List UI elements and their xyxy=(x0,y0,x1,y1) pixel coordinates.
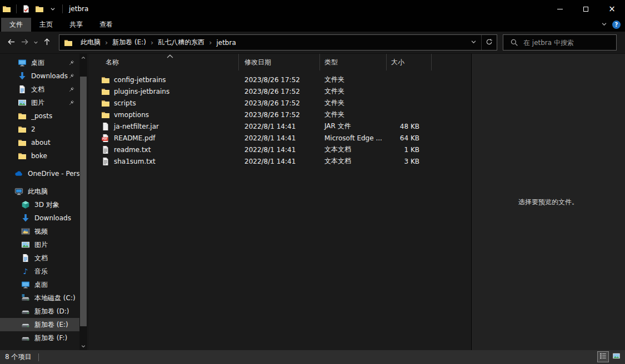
refresh-icon xyxy=(486,38,493,47)
properties-icon[interactable] xyxy=(19,2,33,16)
window-title: jetbra xyxy=(69,5,88,13)
recent-locations-button[interactable] xyxy=(31,36,40,50)
sidebar-item-20[interactable]: 新加卷 (F:) xyxy=(0,331,79,345)
back-button[interactable] xyxy=(4,36,18,50)
ribbon-tabs: 文件主页共享查看 xyxy=(1,18,121,32)
column-header-size[interactable]: 大小 xyxy=(387,54,432,70)
ribbon-expand-chevron-icon[interactable] xyxy=(601,21,607,29)
details-view-button[interactable] xyxy=(597,351,609,362)
sidebar-item-5[interactable]: 2 xyxy=(0,123,79,136)
file-list: config-jetbrains2023/8/26 17:52文件夹plugin… xyxy=(89,70,471,350)
pin-icon xyxy=(68,86,75,93)
sidebar-item-13[interactable]: 图片 xyxy=(0,238,79,251)
view-toggle-buttons xyxy=(597,351,622,362)
forward-button[interactable] xyxy=(18,36,31,50)
window-controls: × xyxy=(547,0,625,18)
desktop-icon xyxy=(21,280,30,289)
tab-home[interactable]: 主页 xyxy=(31,18,61,32)
txt-icon xyxy=(101,157,110,166)
sidebar-item-19[interactable]: 新加卷 (E:) xyxy=(0,318,79,331)
breadcrumb-separator-icon: › xyxy=(208,38,212,47)
onedrive-icon xyxy=(14,169,23,178)
sidebar-item-6[interactable]: about xyxy=(0,136,79,149)
tab-share[interactable]: 共享 xyxy=(61,18,91,32)
sidebar-item-18[interactable]: 新加卷 (D:) xyxy=(0,305,79,318)
video-icon xyxy=(21,227,30,236)
address-bar[interactable]: 此电脑›新加卷 (E:)›乱七八糟的东西›jetbra xyxy=(59,34,497,50)
document-icon xyxy=(21,254,30,262)
file-icon xyxy=(101,122,110,131)
pin-icon xyxy=(68,73,75,79)
scrollbar-up-icon[interactable] xyxy=(79,54,87,62)
breadcrumb-item-3[interactable]: jetbra xyxy=(212,35,239,50)
column-header-date[interactable]: 修改日期 xyxy=(239,54,320,70)
scrollbar-thumb[interactable] xyxy=(80,77,87,326)
qat-dropdown-icon[interactable] xyxy=(46,2,59,16)
tab-view[interactable]: 查看 xyxy=(91,18,121,32)
forward-icon xyxy=(21,38,29,48)
breadcrumb-item-0[interactable]: 此电脑 xyxy=(77,35,104,50)
sidebar-item-10[interactable]: 3D 对象 xyxy=(0,198,79,211)
column-headers: 名称修改日期类型大小 xyxy=(89,54,471,70)
search-box[interactable] xyxy=(503,34,617,50)
download-icon xyxy=(18,72,27,80)
file-row-README.pdf[interactable]: PDFREADME.pdf2022/8/1 14:41Microsoft Edg… xyxy=(89,132,471,144)
thumbnails-view-button[interactable] xyxy=(611,351,622,362)
sidebar-item-9[interactable]: 此电脑 xyxy=(0,185,79,198)
help-icon[interactable]: ? xyxy=(612,21,621,29)
folder-icon xyxy=(101,110,110,119)
refresh-button[interactable] xyxy=(482,35,497,50)
sidebar-item-3[interactable]: 图片 xyxy=(0,96,79,109)
pictures-icon xyxy=(21,240,30,249)
ribbon-right-controls: ? xyxy=(601,18,621,32)
address-history-chevron-icon xyxy=(471,39,477,47)
file-row-ja-netfilter.jar[interactable]: ja-netfilter.jar2022/8/1 14:41JAR 文件48 K… xyxy=(89,120,471,132)
sidebar-item-2[interactable]: 文档 xyxy=(0,83,79,96)
new-folder-icon[interactable] xyxy=(33,2,46,16)
navigation-pane: 桌面Downloads文档图片_posts2aboutbokeOneDrive … xyxy=(0,54,89,350)
sidebar-scrollbar[interactable] xyxy=(79,54,87,350)
file-row-scripts[interactable]: scripts2023/8/26 17:52文件夹 xyxy=(89,97,471,109)
up-button[interactable] xyxy=(40,36,53,50)
scrollbar-track[interactable] xyxy=(79,62,87,342)
file-row-config-jetbrains[interactable]: config-jetbrains2023/8/26 17:52文件夹 xyxy=(89,74,471,85)
sidebar-item-17[interactable]: 本地磁盘 (C:) xyxy=(0,291,79,305)
status-divider xyxy=(38,353,39,361)
maximize-icon xyxy=(583,7,588,12)
close-button[interactable]: × xyxy=(599,0,625,18)
file-row-plugins-jetbrains[interactable]: plugins-jetbrains2023/8/26 17:52文件夹 xyxy=(89,85,471,97)
sidebar-item-4[interactable]: _posts xyxy=(0,109,79,123)
column-header-type[interactable]: 类型 xyxy=(320,54,387,70)
folder-icon xyxy=(18,125,27,134)
sidebar-item-12[interactable]: 视频 xyxy=(0,225,79,238)
sidebar-item-7[interactable]: boke xyxy=(0,149,79,163)
sort-ascending-icon xyxy=(167,54,173,58)
sidebar-item-11[interactable]: Downloads xyxy=(0,211,79,225)
breadcrumb-item-2[interactable]: 乱七八糟的东西 xyxy=(154,35,208,50)
breadcrumb-separator-icon: › xyxy=(104,38,108,47)
search-input[interactable] xyxy=(523,39,616,47)
file-row-vmoptions[interactable]: vmoptions2023/8/26 17:52文件夹 xyxy=(89,109,471,120)
sidebar-item-14[interactable]: 文档 xyxy=(0,251,79,265)
tab-file[interactable]: 文件 xyxy=(1,18,31,32)
sidebar-item-0[interactable]: 桌面 xyxy=(0,56,79,69)
minimize-button[interactable] xyxy=(547,0,573,18)
file-row-sha1sum.txt[interactable]: sha1sum.txt2022/8/1 14:41文本文档3 KB xyxy=(89,155,471,167)
sidebar-item-16[interactable]: 桌面 xyxy=(0,278,79,291)
breadcrumb-separator-icon: › xyxy=(150,38,154,47)
disk-icon xyxy=(21,307,30,316)
breadcrumb-item-1[interactable]: 新加卷 (E:) xyxy=(108,35,150,50)
close-icon: × xyxy=(608,5,616,13)
document-icon xyxy=(18,85,27,94)
sidebar-item-8[interactable]: OneDrive - Perso xyxy=(0,167,79,180)
column-header-name[interactable]: 名称 xyxy=(89,54,239,70)
address-folder-icon xyxy=(64,38,73,47)
maximize-button[interactable] xyxy=(573,0,599,18)
file-row-readme.txt[interactable]: readme.txt2022/8/1 14:41文本文档1 KB xyxy=(89,144,471,155)
sidebar-item-1[interactable]: Downloads xyxy=(0,69,79,83)
up-icon xyxy=(43,38,51,48)
status-bar: 8 个项目 xyxy=(0,350,625,364)
scrollbar-down-icon[interactable] xyxy=(79,342,87,350)
sidebar-item-15[interactable]: ♪音乐 xyxy=(0,265,79,278)
address-history-button[interactable] xyxy=(466,35,481,50)
